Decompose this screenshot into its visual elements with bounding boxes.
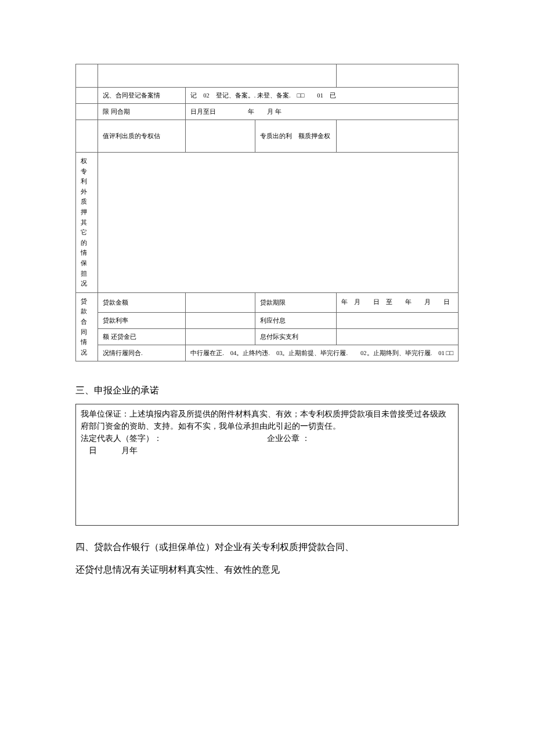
legal-rep-signature-label[interactable]: 法定代表人（签字）： — [81, 432, 267, 444]
promise-body: 我单位保证：上述填报内容及所提供的附件材料真实、有效；本专利权质押贷款项目未曾接… — [81, 408, 453, 432]
contract-period-value[interactable]: 日月至日 年 月 年 — [186, 104, 459, 120]
repaid-amount-label: 额 还贷金已 — [98, 329, 185, 345]
section-4-heading: 四、贷款合作银行（或担保单位）对企业有关专利权质押贷款合同、 还贷付息情况有关证… — [75, 536, 459, 581]
blank-cell — [98, 64, 336, 88]
loan-term-label: 贷款期限 — [255, 292, 337, 312]
blank-cell — [337, 64, 459, 88]
performance-status-value[interactable]: 中行履在正. 04。止终约违. 03。止期前提、毕完行履. 02。止期终到、毕完… — [186, 345, 459, 361]
loan-term-value[interactable]: 年 月 日 至 年 月 日 — [337, 292, 459, 312]
section-4-line1: 四、贷款合作银行（或担保单位）对企业有关专利权质押贷款合同、 — [75, 536, 459, 558]
interest-payable-value[interactable] — [337, 312, 459, 328]
form-table: 况、合同登记备案情 记 02 登记、备案。. 未登、备案. □□ 01 已 限 … — [75, 64, 459, 361]
pledge-amount-label: 专质出的利 额质押金权 — [255, 120, 337, 153]
loan-amount-value[interactable] — [186, 292, 255, 312]
blank-cell — [76, 64, 98, 88]
other-guarantee-label: 权专利外质押其它的情保担况 — [76, 153, 98, 293]
other-guarantee-value[interactable] — [98, 153, 458, 293]
pledge-amount-value[interactable] — [337, 120, 459, 153]
section-3-heading: 三、申报企业的承诺 — [75, 385, 459, 397]
interest-paid-label: 息付际实支利 — [255, 329, 337, 345]
loan-rate-label: 贷款利率 — [98, 312, 185, 328]
performance-status-label: 况情行履同合. — [98, 345, 185, 361]
loan-rate-value[interactable] — [186, 312, 255, 328]
blank-cell — [76, 88, 98, 104]
promise-box: 我单位保证：上述填报内容及所提供的附件材料真实、有效；本专利权质押贷款项目未曾接… — [75, 404, 459, 526]
blank-cell — [76, 104, 98, 120]
reg-status-value[interactable]: 记 02 登记、备案。. 未登、备案. □□ 01 已 — [186, 88, 459, 104]
interest-paid-value[interactable] — [337, 329, 459, 345]
company-seal-label[interactable]: 企业公章 ： — [267, 432, 453, 444]
loan-amount-label: 贷款金额 — [98, 292, 185, 312]
section-4-line2: 还贷付息情况有关证明材料真实性、有效性的意见 — [75, 559, 459, 581]
patent-eval-label: 值评利出质的专权估 — [98, 120, 185, 153]
repaid-amount-value[interactable] — [186, 329, 255, 345]
loan-section-label: 贷款合同情况 — [76, 292, 98, 361]
contract-period-label: 限 同合期 — [98, 104, 185, 120]
blank-cell — [76, 120, 98, 153]
patent-eval-value[interactable] — [186, 120, 255, 153]
promise-date[interactable]: 日 月年 — [81, 444, 453, 457]
reg-status-label: 况、合同登记备案情 — [98, 88, 185, 104]
interest-payable-label: 利应付息 — [255, 312, 337, 328]
